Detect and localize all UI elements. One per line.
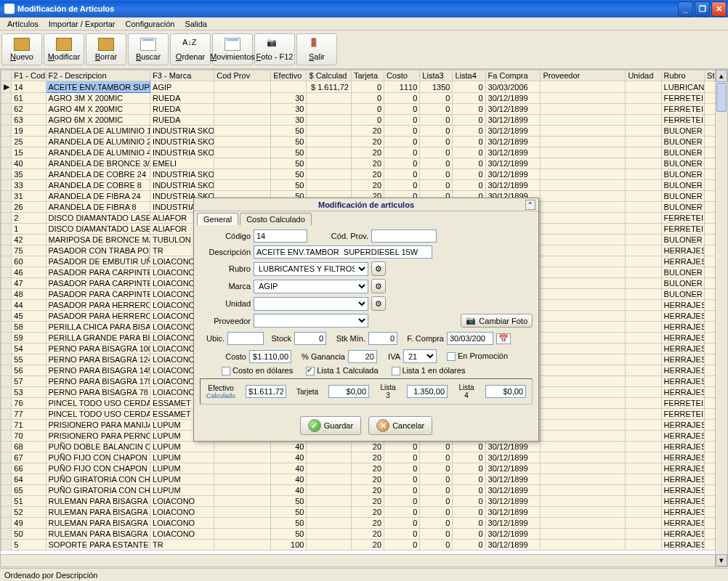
row-selector[interactable]: [1, 365, 12, 376]
table-row[interactable]: 33ARANDELA DE COBRE 8INDUSTRIA SKO502000…: [1, 180, 727, 191]
row-selector[interactable]: [1, 115, 12, 126]
tab-costo-calculado[interactable]: Costo Calculado: [240, 213, 312, 225]
table-row[interactable]: 67PUÑO FIJO CON CHAPON BRLUPUM402000030/…: [1, 452, 727, 463]
row-selector[interactable]: ▶: [1, 81, 12, 93]
table-row[interactable]: 52RULEMAN PARA BISAGRA BFLOIACONO5020000…: [1, 507, 727, 518]
col-rubro[interactable]: Rubro: [661, 70, 704, 81]
row-selector[interactable]: [1, 126, 12, 137]
menu-configuraci-n[interactable]: Configuración: [121, 19, 179, 29]
codigo-input[interactable]: [254, 229, 307, 243]
horizontal-scrollbar[interactable]: [1, 554, 715, 566]
ubic-input[interactable]: [227, 332, 264, 345]
row-selector[interactable]: [1, 322, 12, 333]
descripcion-input[interactable]: [254, 245, 432, 259]
promo-checkbox[interactable]: [447, 352, 456, 361]
row-selector[interactable]: [1, 420, 12, 431]
col-unidad[interactable]: Unidad: [626, 70, 661, 81]
row-selector[interactable]: [1, 169, 12, 180]
menu-art-culos[interactable]: Artículos: [3, 19, 43, 29]
row-selector[interactable]: [1, 180, 12, 191]
guardar-button[interactable]: ✓Guardar: [300, 416, 361, 435]
vertical-scrollbar[interactable]: ▴ ▾: [715, 70, 727, 566]
ganancia-input[interactable]: [348, 350, 377, 363]
toolbar-borrar[interactable]: Borrar: [86, 33, 126, 65]
iva-select[interactable]: 21: [403, 349, 437, 363]
row-selector[interactable]: [1, 256, 12, 267]
row-selector[interactable]: [1, 235, 12, 245]
row-selector[interactable]: [1, 267, 12, 278]
row-selector[interactable]: [1, 442, 12, 452]
toolbar-buscar[interactable]: Buscar: [128, 33, 169, 65]
table-row[interactable]: 66PUÑO FIJO CON CHAPON DOLUPUM402000030/…: [1, 463, 727, 474]
unidad-select[interactable]: [254, 297, 368, 311]
rubro-lookup-icon[interactable]: ⚙: [371, 261, 386, 276]
scroll-thumb[interactable]: [716, 83, 727, 112]
col-lista4[interactable]: Lista4: [453, 70, 485, 81]
table-row[interactable]: 51RULEMAN PARA BISAGRA BFLOIACONO5020000…: [1, 496, 727, 507]
menu-salida[interactable]: Salida: [180, 19, 211, 29]
row-selector[interactable]: [1, 202, 12, 213]
toolbar-modificar[interactable]: Modificar: [44, 33, 84, 65]
row-selector[interactable]: [1, 485, 12, 496]
row-selector[interactable]: [1, 540, 12, 550]
cambiar-foto-button[interactable]: 📷Cambiar Foto: [461, 314, 533, 328]
row-selector[interactable]: [1, 398, 12, 409]
lista4-input[interactable]: [485, 385, 526, 398]
toolbar-foto-f12[interactable]: 📷Foto - F12: [254, 33, 295, 65]
table-row[interactable]: 68PUÑO DOBLE BALANCIN CONLUPUM402000030/…: [1, 442, 727, 452]
row-selector[interactable]: [1, 158, 12, 169]
table-row[interactable]: 25ARANDELA DE ALUMINIO 24INDUSTRIA SKO50…: [1, 137, 727, 147]
row-selector[interactable]: [1, 354, 12, 365]
row-selector[interactable]: [1, 376, 12, 387]
col-proveedor[interactable]: Proveedor: [541, 70, 626, 81]
lista1-dol-checkbox[interactable]: [392, 367, 400, 375]
cancelar-button[interactable]: ✕Cancelar: [368, 416, 432, 435]
table-row[interactable]: 15ARANDELA DE ALUMINIO 4INDUSTRIA SKO502…: [1, 147, 727, 158]
unidad-lookup-icon[interactable]: ⚙: [371, 296, 386, 311]
row-selector[interactable]: [1, 93, 12, 104]
maximize-button[interactable]: ❐: [695, 1, 710, 17]
table-row[interactable]: 5SOPORTE PARA ESTANTE BLTR1002000030/12/…: [1, 540, 727, 550]
row-selector[interactable]: [1, 431, 12, 442]
col-f1-cod[interactable]: F1 - Cod: [12, 70, 46, 81]
stkmin-input[interactable]: [368, 332, 397, 345]
table-row[interactable]: 64PUÑO GIRATORIA CON CHAPLUPUM402000030/…: [1, 474, 727, 485]
row-selector[interactable]: [1, 289, 12, 300]
col-f3-marca[interactable]: F3 - Marca: [150, 70, 214, 81]
row-selector[interactable]: [1, 245, 12, 256]
row-selector[interactable]: [1, 518, 12, 529]
codprov-input[interactable]: [371, 229, 437, 243]
tab-general[interactable]: General: [197, 213, 238, 225]
toolbar-salir[interactable]: 🚪Salir: [296, 33, 337, 65]
col--calculad[interactable]: $ Calculad: [307, 70, 352, 81]
toolbar-nuevo[interactable]: Nuevo: [1, 33, 42, 65]
row-selector[interactable]: [1, 463, 12, 474]
close-button[interactable]: ✕: [711, 1, 727, 17]
col-cod-prov[interactable]: Cod Prov: [214, 70, 271, 81]
col-fa-compra[interactable]: Fa Compra: [485, 70, 541, 81]
stock-input[interactable]: [294, 332, 326, 345]
col-lista3[interactable]: Lista3: [420, 70, 453, 81]
table-row[interactable]: 61AGRO 3M X 200MICRUEDA30000030/12/1899F…: [1, 93, 727, 104]
costo-dolares-checkbox[interactable]: [222, 367, 230, 375]
marca-select[interactable]: AGIP: [254, 280, 368, 293]
minimize-button[interactable]: _: [678, 1, 693, 17]
fcompra-input[interactable]: [447, 332, 493, 345]
col-f2-descripcion[interactable]: F2 - Descripcion: [46, 70, 150, 81]
proveedor-select[interactable]: [254, 314, 368, 328]
table-row[interactable]: 63AGRO 6M X 200MICRUEDA30000030/12/1899F…: [1, 115, 727, 126]
row-selector[interactable]: [1, 387, 12, 398]
col-tarjeta[interactable]: Tarjeta: [351, 70, 384, 81]
lista1-calc-checkbox[interactable]: [306, 367, 315, 375]
row-selector[interactable]: [1, 344, 12, 354]
col-costo[interactable]: Costo: [384, 70, 420, 81]
row-selector[interactable]: [1, 104, 12, 115]
marca-lookup-icon[interactable]: ⚙: [371, 279, 386, 293]
costo-input[interactable]: [249, 350, 291, 363]
collapse-icon[interactable]: ⌃: [525, 200, 535, 210]
row-selector[interactable]: [1, 452, 12, 463]
row-selector[interactable]: [1, 529, 12, 540]
row-selector[interactable]: [1, 147, 12, 158]
table-row[interactable]: 49RULEMAN PARA BISAGRA CHLOIACONO5020000…: [1, 518, 727, 529]
row-selector[interactable]: [1, 474, 12, 485]
